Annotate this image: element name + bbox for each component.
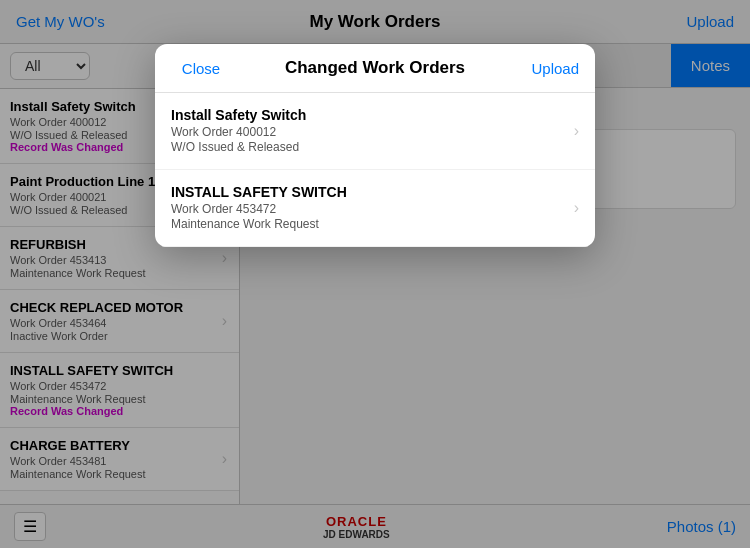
modal-item-title: Install Safety Switch: [171, 107, 566, 123]
changed-work-orders-modal: Close Changed Work Orders Upload Install…: [155, 44, 595, 247]
modal-item-title: INSTALL SAFETY SWITCH: [171, 184, 566, 200]
modal-upload-button[interactable]: Upload: [519, 60, 579, 77]
modal-title: Changed Work Orders: [231, 58, 519, 78]
modal-list: Install Safety SwitchWork Order 400012W/…: [155, 93, 595, 247]
modal-list-item[interactable]: Install Safety SwitchWork Order 400012W/…: [155, 93, 595, 170]
chevron-right-icon: ›: [574, 199, 579, 217]
modal-item-line1: Work Order 453472: [171, 202, 566, 216]
modal-header: Close Changed Work Orders Upload: [155, 44, 595, 93]
modal-item-line2: Maintenance Work Request: [171, 217, 566, 231]
modal-close-button[interactable]: Close: [171, 60, 231, 77]
modal-overlay: Close Changed Work Orders Upload Install…: [0, 0, 750, 548]
modal-item-line2: W/O Issued & Released: [171, 140, 566, 154]
modal-list-item[interactable]: INSTALL SAFETY SWITCHWork Order 453472Ma…: [155, 170, 595, 247]
chevron-right-icon: ›: [574, 122, 579, 140]
modal-item-line1: Work Order 400012: [171, 125, 566, 139]
